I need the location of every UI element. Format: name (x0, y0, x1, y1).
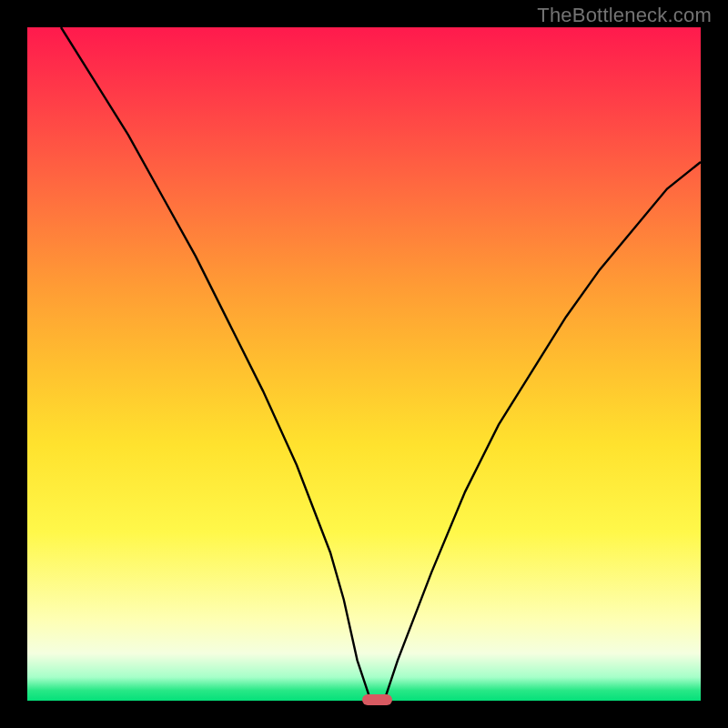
optimum-marker (362, 694, 392, 705)
chart-frame: TheBottleneck.com (0, 0, 728, 728)
curve-layer (27, 27, 701, 701)
plot-area (27, 27, 701, 701)
bottleneck-curve (61, 27, 701, 701)
watermark-label: TheBottleneck.com (537, 4, 712, 27)
